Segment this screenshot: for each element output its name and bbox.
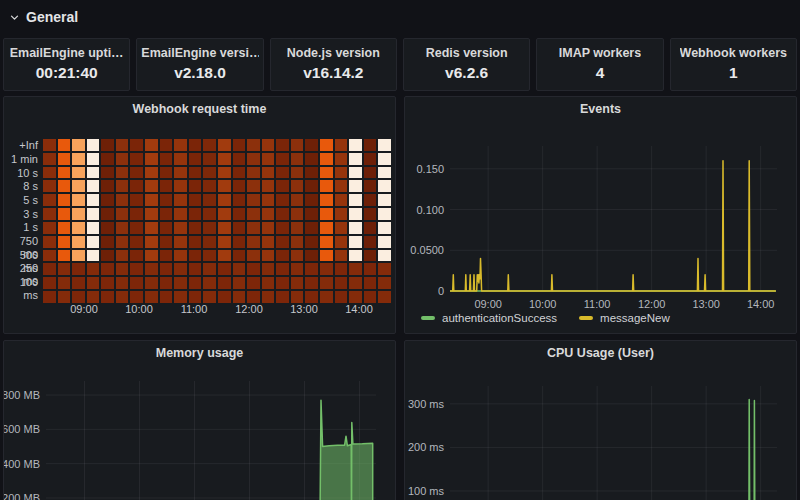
stat-panel-title[interactable]: Webhook workers	[680, 46, 787, 60]
heatmap-cell	[335, 236, 348, 248]
heatmap-x-label: 13:00	[282, 303, 326, 315]
y-tick-label: 300 ms	[408, 398, 445, 410]
heatmap-cell	[247, 277, 260, 289]
heatmap-cell	[87, 263, 100, 275]
heatmap-cell	[87, 222, 100, 234]
heatmap-cell	[233, 291, 246, 303]
heatmap-cell	[174, 167, 187, 179]
heatmap-cell	[87, 180, 100, 192]
stat-panel-title[interactable]: Node.js version	[287, 46, 380, 60]
heatmap-cell	[276, 236, 289, 248]
heatmap-cell	[101, 167, 114, 179]
heatmap-cell	[160, 167, 173, 179]
heatmap-cell	[145, 180, 158, 192]
heatmap-cell	[276, 167, 289, 179]
heatmap-cell	[189, 236, 202, 248]
section-row-general[interactable]: General	[8, 6, 78, 28]
stat-panel: Webhook workers1	[670, 38, 797, 91]
heatmap-cell	[101, 291, 114, 303]
heatmap-cell	[247, 250, 260, 262]
heatmap-cell	[276, 194, 289, 206]
heatmap-y-label: 5 s	[4, 194, 38, 207]
heatmap-cell	[174, 277, 187, 289]
heatmap-cell	[43, 250, 56, 262]
heatmap-x-label: 14:00	[337, 303, 381, 315]
stat-panel-title[interactable]: IMAP workers	[559, 46, 641, 60]
heatmap-cell	[320, 208, 333, 220]
series-line-messageNew	[450, 161, 776, 291]
heatmap-cell	[233, 194, 246, 206]
heatmap-cell	[218, 222, 231, 234]
heatmap-cell	[189, 167, 202, 179]
x-tick-label: 13:00	[692, 298, 720, 310]
heatmap-cell	[189, 208, 202, 220]
heatmap-cell	[160, 180, 173, 192]
heatmap-cell	[160, 208, 173, 220]
heatmap-cell	[101, 194, 114, 206]
heatmap-cell	[364, 194, 377, 206]
y-tick-label: 400 MB	[4, 458, 40, 470]
heatmap-cell	[378, 153, 391, 165]
heatmap-y-label: 3 s	[4, 208, 38, 221]
legend-item-authenticationSuccess[interactable]: authenticationSuccess	[421, 312, 557, 324]
heatmap-cell	[291, 263, 304, 275]
heatmap-cell	[291, 208, 304, 220]
cpu-chart: 300 ms200 ms100 ms	[405, 341, 796, 500]
series-line-cpu-user	[749, 400, 755, 500]
heatmap-x-label: 10:00	[117, 303, 161, 315]
panel-cpu-usage: CPU Usage (User) 300 ms200 ms100 ms	[404, 340, 797, 500]
heatmap-cell	[262, 236, 275, 248]
heatmap-cell	[43, 180, 56, 192]
heatmap-cell	[203, 236, 216, 248]
stat-value: 1	[729, 64, 738, 82]
heatmap-cell	[174, 153, 187, 165]
y-tick-label: 200 MB	[4, 492, 40, 500]
heatmap-cell	[145, 222, 158, 234]
stat-panel-title[interactable]: EmailEngine upti…	[10, 46, 124, 60]
heatmap-cell	[262, 222, 275, 234]
heatmap-cell	[145, 167, 158, 179]
heatmap-cell	[276, 277, 289, 289]
heatmap-cell	[233, 250, 246, 262]
heatmap-cell	[174, 291, 187, 303]
heatmap-cell	[378, 236, 391, 248]
heatmap-cell	[378, 180, 391, 192]
heatmap-cell	[262, 194, 275, 206]
stat-panel: Node.js versionv16.14.2	[270, 38, 397, 91]
legend-item-messageNew[interactable]: messageNew	[579, 312, 670, 324]
heatmap-cell	[174, 222, 187, 234]
heatmap-cell	[291, 180, 304, 192]
heatmap-cell	[189, 250, 202, 262]
heatmap-cell	[145, 194, 158, 206]
heatmap-cell	[58, 208, 71, 220]
heatmap-cell	[291, 277, 304, 289]
stat-panel-title[interactable]: Redis version	[426, 46, 508, 60]
heatmap-cell	[349, 153, 362, 165]
heatmap-cell	[58, 139, 71, 151]
heatmap-cell	[130, 180, 143, 192]
heatmap-cell	[276, 139, 289, 151]
y-tick-label: 0.0500	[410, 244, 444, 256]
heatmap-cell	[101, 263, 114, 275]
stat-panel-title[interactable]: EmailEngine versi…	[141, 46, 258, 60]
heatmap-cell	[364, 263, 377, 275]
heatmap-cell	[87, 208, 100, 220]
heatmap-cell	[233, 277, 246, 289]
heatmap-cell	[58, 153, 71, 165]
heatmap-grid	[43, 139, 391, 303]
heatmap-cell	[349, 236, 362, 248]
stat-value: 4	[596, 64, 605, 82]
heatmap-cell	[160, 153, 173, 165]
heatmap-cell	[364, 250, 377, 262]
stats-row: EmailEngine upti…00:21:40EmailEngine ver…	[3, 38, 797, 91]
heatmap-cell	[72, 222, 85, 234]
heatmap-cell	[378, 263, 391, 275]
heatmap-cell	[276, 153, 289, 165]
heatmap-cell	[72, 263, 85, 275]
heatmap-cell	[72, 277, 85, 289]
heatmap-cell	[145, 208, 158, 220]
heatmap-x-label: 09:00	[62, 303, 106, 315]
heatmap-cell	[145, 291, 158, 303]
heatmap-cell	[43, 208, 56, 220]
heatmap-cell	[364, 277, 377, 289]
